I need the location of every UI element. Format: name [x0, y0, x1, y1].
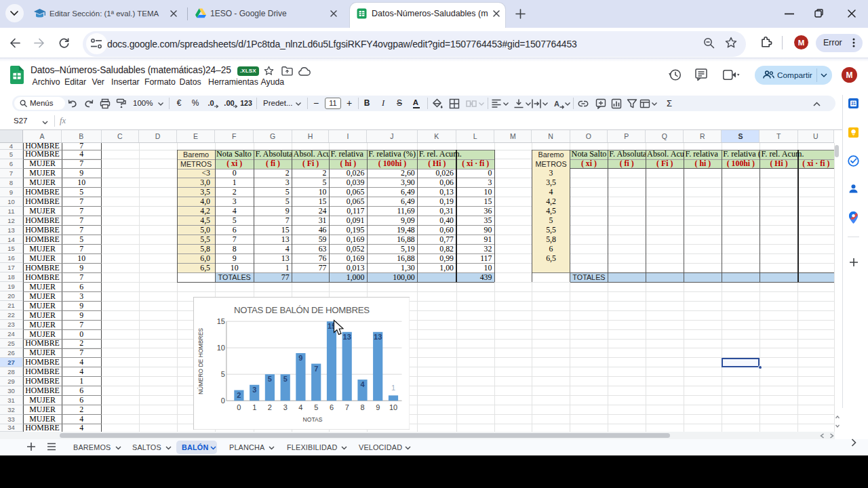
- svg-text:8: 8: [360, 403, 364, 411]
- svg-text:13: 13: [374, 333, 382, 341]
- svg-text:7: 7: [314, 364, 318, 372]
- svg-text:7: 7: [344, 403, 349, 411]
- svg-text:13: 13: [342, 333, 351, 341]
- svg-text:0: 0: [237, 403, 241, 411]
- svg-text:9: 9: [298, 354, 302, 362]
- svg-text:10: 10: [216, 344, 224, 352]
- svg-text:9: 9: [376, 403, 380, 411]
- svg-text:6: 6: [330, 403, 334, 411]
- svg-text:NOTAS: NOTAS: [302, 416, 322, 423]
- svg-text:3: 3: [252, 386, 256, 394]
- svg-text:5: 5: [283, 375, 287, 383]
- svg-text:0: 0: [220, 396, 224, 405]
- svg-text:4: 4: [298, 403, 302, 411]
- svg-text:NÚMERO DE HOMBRES: NÚMERO DE HOMBRES: [197, 327, 204, 394]
- svg-text:NOTAS DE BALÓN DE HOMBRES: NOTAS DE BALÓN DE HOMBRES: [234, 305, 370, 315]
- svg-text:3: 3: [283, 403, 287, 411]
- svg-text:5: 5: [220, 370, 224, 378]
- svg-text:2: 2: [237, 390, 241, 399]
- svg-text:A: A: [554, 100, 559, 108]
- svg-text:2: 2: [267, 403, 271, 411]
- svg-text:5: 5: [267, 375, 271, 383]
- svg-text:15: 15: [216, 317, 224, 325]
- svg-text:4: 4: [360, 380, 365, 388]
- svg-text:5: 5: [314, 403, 318, 411]
- svg-text:1: 1: [252, 403, 256, 411]
- svg-text:1: 1: [391, 384, 395, 392]
- svg-text:31: 31: [851, 101, 856, 106]
- svg-text:10: 10: [389, 403, 397, 411]
